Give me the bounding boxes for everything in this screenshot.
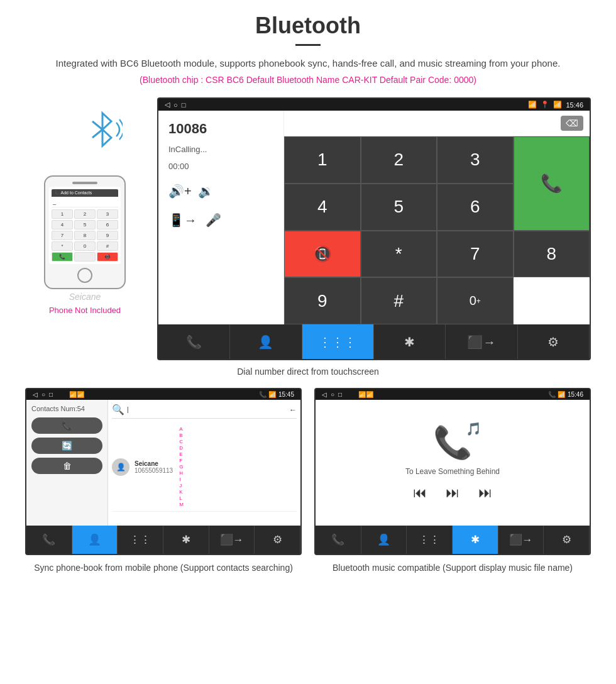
dial-key-0plus[interactable]: 0+ xyxy=(437,277,514,324)
car-bottom-nav: 📞 👤 ⋮⋮⋮ ✱ ⬛→ ⚙ xyxy=(158,324,590,359)
music-recent-icon: □ xyxy=(338,391,342,398)
music-bottom-nav: 📞 👤 ⋮⋮ ✱ ⬛→ ⚙ xyxy=(316,526,590,554)
call-extra-buttons: 📱→ 🎤 xyxy=(168,212,273,228)
nav-bluetooth[interactable]: ✱ xyxy=(374,324,446,359)
music-caption: Bluetooth music compatible (Support disp… xyxy=(314,561,591,575)
wifi-icon: 📶 xyxy=(553,101,562,109)
music-note-icon: 🎵 xyxy=(466,421,481,436)
call-accept-button[interactable]: 📞 xyxy=(514,136,590,231)
dial-key-3[interactable]: 3 xyxy=(437,136,514,184)
status-time: 15:46 xyxy=(566,101,583,109)
az-index: ABCDEF GHIJKLM xyxy=(178,425,185,509)
call-number: 10086 xyxy=(168,121,273,137)
dial-key-1[interactable]: 1 xyxy=(284,136,361,184)
snav-calls[interactable]: 📞 xyxy=(26,526,72,554)
contacts-body: Contacts Num:54 📞 🔄 🗑 🔍 | ← 👤 Seicane 10… xyxy=(26,400,300,526)
snav-contacts[interactable]: 👤 xyxy=(72,526,118,554)
microphone-icon[interactable]: 🎤 xyxy=(206,212,221,228)
contacts-status-bar: ◁ ○ □ 📶📶 📞 📶 15:45 xyxy=(26,389,300,400)
home-nav-icon: ○ xyxy=(173,101,178,109)
dial-key-5[interactable]: 5 xyxy=(361,184,437,231)
msnav-bt[interactable]: ✱ xyxy=(453,526,498,554)
bottom-captions: Sync phone-book from mobile phone (Suppo… xyxy=(25,561,591,575)
contacts-left-panel: Contacts Num:54 📞 🔄 🗑 xyxy=(26,400,108,526)
dial-key-9[interactable]: 9 xyxy=(284,277,361,324)
snav-settings[interactable]: ⚙ xyxy=(255,526,300,554)
volume-down-icon[interactable]: 🔉 xyxy=(198,184,214,199)
music-next-button[interactable]: ⏭ xyxy=(478,485,492,501)
contacts-time: 15:45 xyxy=(278,391,294,398)
search-cursor: | xyxy=(127,406,129,413)
main-caption: Dial number direct from touchscreen xyxy=(25,367,591,377)
nav-transfer[interactable]: ⬛→ xyxy=(446,324,517,359)
contacts-search-bar: 🔍 | ← xyxy=(112,404,297,419)
call-end-button[interactable]: 📵 xyxy=(284,231,361,278)
music-phone-icon: 📞 🎵 xyxy=(433,424,472,461)
search-icon: 🔍 xyxy=(112,404,124,416)
dial-key-2[interactable]: 2 xyxy=(361,136,437,184)
transfer-call-icon[interactable]: 📱→ xyxy=(168,212,197,228)
dialpad-grid: 1 2 3 📞 4 5 6 📵 * 7 8 9 # 0+ xyxy=(284,136,590,324)
nav-calls[interactable]: 📞 xyxy=(158,324,230,359)
dial-key-6[interactable]: 6 xyxy=(437,184,514,231)
contacts-screen: ◁ ○ □ 📶📶 📞 📶 15:45 Contacts Num:54 📞 🔄 🗑… xyxy=(25,388,302,555)
dial-key-8[interactable]: 8 xyxy=(514,231,590,278)
contacts-caption: Sync phone-book from mobile phone (Suppo… xyxy=(25,561,302,575)
dial-backspace-button[interactable]: ⌫ xyxy=(561,116,583,131)
snav-transfer[interactable]: ⬛→ xyxy=(209,526,255,554)
subtitle: Integrated with BC6 Bluetooth module, su… xyxy=(25,56,591,71)
msnav-transfer[interactable]: ⬛→ xyxy=(498,526,544,554)
svg-line-1 xyxy=(92,130,102,138)
contacts-sim-icon: 📶📶 xyxy=(69,391,84,398)
car-unit-screen: ◁ ○ □ 📶 📍 📶 15:46 10086 InCalling... 00:… xyxy=(157,97,591,360)
music-home-icon: ○ xyxy=(331,391,334,398)
call-timer: 00:00 xyxy=(168,162,273,171)
nav-dialpad[interactable]: ⋮⋮⋮ xyxy=(302,324,374,359)
car-screen-body: 10086 InCalling... 00:00 🔊+ 🔉 📱→ 🎤 ⌫ xyxy=(158,111,590,324)
music-time: 15:46 xyxy=(568,391,583,398)
dialpad-area: ⌫ 1 2 3 📞 4 5 6 📵 * 7 8 9 # 0+ xyxy=(284,111,590,324)
sync-action-button[interactable]: 🔄 xyxy=(31,438,102,454)
music-body: 📞 🎵 To Leave Something Behind ⏮ ⏭ ⏭ xyxy=(316,400,590,526)
dial-key-4[interactable]: 4 xyxy=(284,184,361,231)
music-play-button[interactable]: ⏭ xyxy=(446,485,459,501)
call-volume-buttons: 🔊+ 🔉 xyxy=(168,184,273,199)
back-delete-icon[interactable]: ← xyxy=(289,405,297,414)
phone-not-included-label: Phone Not Included xyxy=(49,306,121,315)
music-song-title: To Leave Something Behind xyxy=(405,467,500,476)
music-status-icons: 📞 📶 xyxy=(548,391,565,398)
contact-phone: 10655059113 xyxy=(135,467,173,474)
snav-dialpad[interactable]: ⋮⋮ xyxy=(118,526,163,554)
contact-avatar: 👤 xyxy=(112,458,129,476)
msnav-contacts[interactable]: 👤 xyxy=(361,526,407,554)
bluetooth-signal-icon xyxy=(85,104,123,148)
msnav-dialpad[interactable]: ⋮⋮ xyxy=(407,526,453,554)
music-screen: ◁ ○ □ 📶📶 📞 📶 15:46 📞 🎵 To Leave Somethin… xyxy=(314,388,591,555)
contact-info: Seicane 10655059113 xyxy=(135,460,173,474)
call-action-button[interactable]: 📞 xyxy=(31,417,102,434)
volume-up-icon[interactable]: 🔊+ xyxy=(168,184,192,199)
music-back-icon: ◁ xyxy=(322,391,327,398)
nav-contacts[interactable]: 👤 xyxy=(230,324,302,359)
contact-name: Seicane xyxy=(135,460,173,467)
contacts-num-label: Contacts Num:54 xyxy=(31,405,102,412)
contact-list-item[interactable]: 👤 Seicane 10655059113 ABCDEF GHIJKLM xyxy=(112,422,297,512)
phone-mockup: 📞 Add to Contacts _ 123 456 789 *0# 📞📵 xyxy=(44,175,126,289)
msnav-calls[interactable]: 📞 xyxy=(316,526,361,554)
msnav-settings[interactable]: ⚙ xyxy=(544,526,590,554)
bottom-screenshots: ◁ ○ □ 📶📶 📞 📶 15:45 Contacts Num:54 📞 🔄 🗑… xyxy=(25,388,591,555)
music-controls: ⏮ ⏭ ⏭ xyxy=(413,485,492,501)
dial-key-7[interactable]: 7 xyxy=(437,231,514,278)
page-title: Bluetooth xyxy=(25,13,591,39)
signal-icon: 📶 xyxy=(528,101,537,109)
snav-bt[interactable]: ✱ xyxy=(163,526,209,554)
dial-input-row: ⌫ xyxy=(284,111,590,136)
bluetooth-info: (Bluetooth chip : CSR BC6 Default Blueto… xyxy=(25,75,591,85)
music-prev-button[interactable]: ⏮ xyxy=(413,485,427,501)
music-status-bar: ◁ ○ □ 📶📶 📞 📶 15:46 xyxy=(316,389,590,400)
delete-action-button[interactable]: 🗑 xyxy=(31,458,102,474)
contacts-right-panel: 🔍 | ← 👤 Seicane 10655059113 ABCDEF GHIJK… xyxy=(108,400,300,526)
dial-key-hash[interactable]: # xyxy=(361,277,437,324)
nav-settings[interactable]: ⚙ xyxy=(518,324,590,359)
dial-key-star[interactable]: * xyxy=(361,231,437,278)
